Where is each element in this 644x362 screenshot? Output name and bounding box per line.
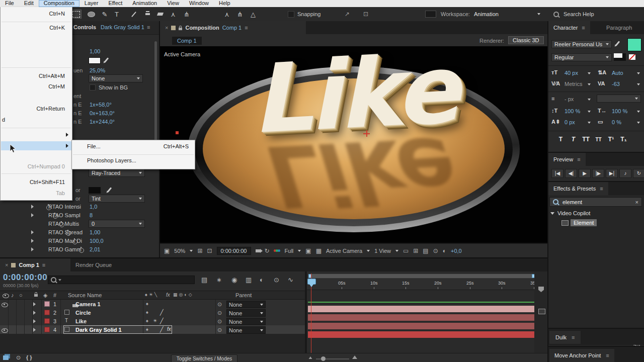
kerning-value[interactable]: Metrics: [565, 81, 582, 87]
menu-animation[interactable]: Animation: [127, 0, 162, 7]
composition-viewer-tab[interactable]: × Composition Comp 1 ≡: [160, 21, 306, 34]
layer-duration-bar-solid[interactable]: [308, 331, 534, 338]
composition-miniflow-icon[interactable]: ▤: [201, 276, 207, 284]
menu-view[interactable]: View: [162, 0, 184, 7]
parent-dropdown[interactable]: None: [226, 318, 266, 325]
transparency-grid-icon[interactable]: ▦: [316, 247, 321, 254]
layer-label-chip[interactable]: [44, 327, 50, 332]
rotobrush-tool-icon[interactable]: ⋏: [168, 10, 179, 19]
menu-item-trim-comp[interactable]: Ctrl+M: [48, 83, 65, 89]
panel-menu-icon[interactable]: ≡: [245, 25, 248, 31]
search-help-input[interactable]: Search Help: [564, 11, 594, 17]
layer-name[interactable]: Dark Gray Solid 1: [75, 327, 122, 333]
small-caps-button[interactable]: TT: [592, 137, 605, 142]
dulk-tab[interactable]: Dulk≡: [549, 331, 581, 344]
camera-view-dropdown[interactable]: Active Camera: [326, 248, 362, 254]
camera-caret-icon[interactable]: [367, 250, 370, 252]
timeline-button-icon[interactable]: ▤: [423, 247, 428, 254]
zoom-level-dropdown[interactable]: 50%: [174, 248, 185, 254]
preview-tab[interactable]: Preview≡: [548, 153, 586, 166]
rtao-samples-value[interactable]: 8: [90, 212, 93, 218]
quality-switch-icon[interactable]: ♠: [146, 310, 148, 315]
exposure-icon[interactable]: ◐: [443, 247, 446, 254]
ec-value-ne-1[interactable]: 1x+58,0°: [90, 102, 112, 108]
character-eyedropper-icon[interactable]: [615, 41, 620, 46]
type-tool-icon[interactable]: T: [111, 10, 122, 19]
font-style-dropdown[interactable]: Regular: [551, 53, 612, 61]
brainstorm-icon[interactable]: ⊙: [274, 276, 279, 284]
clear-search-icon[interactable]: ×: [635, 199, 638, 205]
layer-row-dark-gray-solid[interactable]: 4 Dark Gray Solid 1 ♠ ╱ fx ⊙ None: [0, 325, 305, 334]
rtao-multis-dropdown[interactable]: 0: [89, 220, 145, 228]
layer-row-like[interactable]: 3 T Like ♠ ☀ ╱ ⊙ None: [0, 317, 305, 326]
motion-blur-icon[interactable]: ◐: [260, 276, 264, 284]
pickwhip-icon[interactable]: ⊙: [217, 310, 222, 316]
expand-arrow-icon[interactable]: [33, 328, 36, 332]
submenu-item-file[interactable]: File...: [87, 143, 101, 149]
faux-bold-button[interactable]: T: [554, 136, 567, 143]
faux-italic-button[interactable]: T: [567, 136, 580, 143]
parent-column-header[interactable]: Parent: [235, 292, 252, 298]
resolution-dropdown[interactable]: Full: [285, 248, 294, 254]
character-tab[interactable]: Character≡: [548, 21, 590, 34]
label-column-icon[interactable]: ◈: [43, 292, 47, 299]
layer-label-chip[interactable]: [44, 318, 50, 324]
clone-stamp-tool-icon[interactable]: [142, 10, 153, 19]
last-frame-button[interactable]: ▶|: [606, 169, 618, 178]
pickwhip-icon[interactable]: ⊙: [217, 318, 222, 325]
view-layout-dropdown[interactable]: 1 View: [374, 248, 391, 254]
layer-name[interactable]: Camera 1: [75, 301, 101, 307]
move-anchor-point-tab[interactable]: Move Anchor Point≡: [549, 349, 614, 362]
tracking-caret-icon[interactable]: [637, 83, 640, 85]
paragraph-tab[interactable]: Paragraph: [606, 25, 632, 31]
menu-item-new-composition[interactable]: Ctrl+N: [49, 11, 65, 17]
expand-arrow-icon[interactable]: [31, 247, 34, 251]
ec-scrollbar[interactable]: [154, 41, 157, 149]
expand-arrow-icon[interactable]: [33, 311, 36, 315]
vertical-scale-value[interactable]: 100 %: [565, 108, 580, 114]
parent-dropdown[interactable]: None: [226, 326, 266, 334]
timeline-comp-tab[interactable]: × Comp 1 ≡: [0, 258, 70, 272]
layer-duration-bar-circle[interactable]: [308, 314, 534, 321]
ec-eyedropper-icon[interactable]: [104, 57, 109, 62]
ram-preview-button[interactable]: ↻: [633, 169, 644, 178]
layer-name[interactable]: Circle: [75, 310, 91, 316]
layer-label-chip[interactable]: [44, 310, 50, 315]
collapse-arrow-icon[interactable]: [550, 212, 554, 215]
render-queue-tab[interactable]: Render Queue: [75, 262, 112, 268]
expand-arrow-icon[interactable]: [33, 302, 36, 306]
panel-menu-icon[interactable]: ≡: [600, 186, 603, 192]
layer-duration-bar-camera[interactable]: [308, 306, 534, 312]
menu-item-comp-flowchart[interactable]: Ctrl+Shift+F11: [30, 179, 65, 185]
panel-menu-icon[interactable]: ≡: [42, 262, 45, 268]
leading-caret-icon[interactable]: [637, 72, 640, 74]
effects-presets-tab[interactable]: Effects & Presets≡: [548, 182, 608, 195]
layer-row-camera[interactable]: 1 Camera 1 ♠ ⊙ None: [0, 300, 305, 309]
graph-editor-icon[interactable]: ∿: [288, 276, 293, 284]
font-family-dropdown[interactable]: Reeler Personal Us: [551, 40, 612, 48]
all-caps-button[interactable]: TT: [580, 136, 592, 143]
timeline-search-input[interactable]: [48, 276, 195, 284]
renderer-button[interactable]: Classic 3D: [508, 36, 544, 44]
eraser-tool-icon[interactable]: [154, 10, 166, 19]
lock-icon[interactable]: [179, 28, 182, 30]
expand-layer-switches-icon[interactable]: [3, 355, 9, 360]
hide-shy-icon[interactable]: ◉: [231, 276, 237, 284]
pixel-aspect-icon[interactable]: ▭: [403, 247, 409, 254]
expand-inout-icon[interactable]: { }: [26, 354, 32, 360]
view-layout-caret-icon[interactable]: [395, 250, 398, 252]
ec-show-in-bg-checkbox[interactable]: [90, 84, 96, 90]
rtao-intensity-value[interactable]: 1,0: [90, 204, 97, 210]
stroke-fill-toggle[interactable]: [614, 53, 626, 61]
quality-switch-icon[interactable]: ♠: [146, 327, 148, 332]
layer-label-chip[interactable]: [44, 301, 50, 307]
current-time-indicator[interactable]: [307, 279, 316, 285]
leading-value[interactable]: Auto: [612, 70, 623, 76]
frame-blend-icon[interactable]: ▥: [246, 276, 252, 284]
ec-dropdown-tint[interactable]: Tint: [89, 195, 145, 203]
layer-row-circle[interactable]: 2 Circle ♠ ╱ ⊙ None: [0, 308, 305, 317]
baseline-caret-icon[interactable]: [588, 122, 591, 124]
menu-help[interactable]: Help: [214, 0, 235, 7]
rtao-maxdist-value[interactable]: 100,0: [90, 238, 104, 244]
pen-tool-icon[interactable]: ✎: [99, 10, 110, 19]
